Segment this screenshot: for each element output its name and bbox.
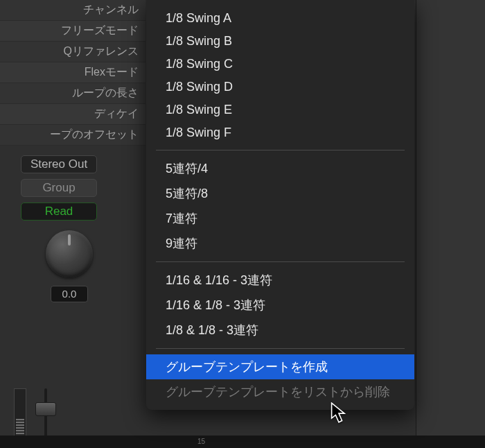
output-button[interactable]: Stereo Out [21, 155, 97, 173]
timeline-ruler[interactable] [0, 436, 485, 448]
ruler-tick-15: 15 [197, 438, 205, 445]
menu-compound-3[interactable]: 1/8 & 1/8 - 3連符 [146, 318, 414, 343]
menu-swing-b[interactable]: 1/8 Swing B [146, 30, 414, 53]
param-loop-length[interactable]: ループの長さ [0, 83, 146, 104]
pan-control: 0.0 [21, 230, 118, 302]
channel-strip: Stereo Out Group Read 0.0 [0, 146, 146, 302]
menu-create-groove-template[interactable]: グルーブテンプレートを作成 [146, 354, 414, 379]
param-flex-mode[interactable]: Flexモード [0, 62, 146, 83]
menu-5tuplet-8[interactable]: 5連符/8 [146, 181, 414, 206]
param-freeze-mode[interactable]: フリーズモード [0, 21, 146, 42]
menu-swing-f[interactable]: 1/8 Swing F [146, 121, 414, 144]
menu-9tuplet[interactable]: 9連符 [146, 231, 414, 256]
group-button[interactable]: Group [21, 179, 97, 197]
menu-separator [156, 348, 405, 349]
menu-separator [156, 261, 405, 262]
automation-mode-button[interactable]: Read [21, 203, 97, 221]
menu-swing-e[interactable]: 1/8 Swing E [146, 98, 414, 121]
menu-7tuplet[interactable]: 7連符 [146, 206, 414, 231]
menu-swing-c[interactable]: 1/8 Swing C [146, 53, 414, 76]
menu-compound-1[interactable]: 1/16 & 1/16 - 3連符 [146, 268, 414, 293]
menu-compound-2[interactable]: 1/16 & 1/8 - 3連符 [146, 293, 414, 318]
menu-remove-groove-template: グルーブテンプレートをリストから削除 [146, 379, 414, 404]
menu-swing-a[interactable]: 1/8 Swing A [146, 7, 414, 30]
pan-knob[interactable] [46, 230, 93, 277]
menu-separator [156, 150, 405, 150]
arrange-area-bg [416, 0, 485, 444]
param-channel[interactable]: チャンネル [0, 0, 146, 21]
param-q-reference[interactable]: Qリファレンス [0, 42, 146, 62]
pan-value-field[interactable]: 0.0 [51, 286, 88, 302]
quantize-menu: 1/8 Swing A 1/8 Swing B 1/8 Swing C 1/8 … [146, 0, 414, 410]
param-decay[interactable]: ディケイ [0, 104, 146, 125]
param-loop-offset[interactable]: ープのオフセット [0, 125, 146, 146]
inspector-panel: チャンネル フリーズモード Qリファレンス Flexモード ループの長さ ディケ… [0, 0, 146, 302]
fader-thumb[interactable] [35, 402, 56, 416]
menu-swing-d[interactable]: 1/8 Swing D [146, 76, 414, 98]
menu-5tuplet-4[interactable]: 5連符/4 [146, 156, 414, 181]
